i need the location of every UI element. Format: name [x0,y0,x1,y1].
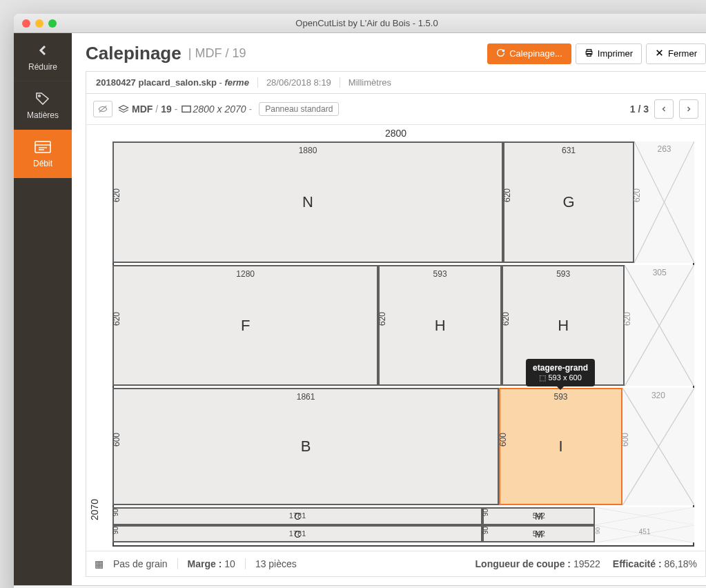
minimize-window-button[interactable] [35,19,43,28]
svg-point-0 [39,95,41,97]
print-icon [585,48,594,59]
close-button-label: Fermer [668,48,697,59]
cut-length-label: Longueur de coupe : [475,558,571,569]
print-button[interactable]: Imprimer [576,43,642,64]
piece-b[interactable]: 1861 600 B [112,388,499,505]
axis-width-label: 2800 [86,128,705,139]
svg-rect-12 [182,106,190,112]
file-unit: Millimètres [340,77,391,88]
statusbar: 🔗 www.lairdubois.fr A propos [14,585,706,588]
sidebar-item-debit[interactable]: Débit [14,130,72,178]
chevron-left-icon [35,43,51,58]
piece-g[interactable]: 631 620 G [503,141,634,263]
tooltip-dims: 593 x 600 [548,373,581,382]
maximize-window-button[interactable] [48,19,57,28]
refresh-icon [496,48,505,59]
piece-c-1[interactable]: 1781 90 C [112,507,482,525]
visibility-toggle[interactable] [93,101,112,117]
margin-label: Marge : [188,558,222,569]
piece-n[interactable]: 1880 620 N [112,141,503,263]
print-button-label: Imprimer [598,48,633,59]
pager-prev[interactable] [654,99,674,119]
titlebar: OpenCutList by L'Air du Bois - 1.5.0 [14,14,706,33]
standard-panel-badge: Panneau standard [259,102,339,116]
file-name: 20180427 placard_salon.skp [96,77,217,88]
sidebar: Réduire Matières Débit [14,33,72,585]
waste-4: 451 90 [595,525,694,543]
sidebar-label-materials: Matières [27,110,59,120]
file-state: ferme [224,77,248,88]
waste-1: 263 620 [634,141,694,263]
file-date: 28/06/2018 8:19 [257,77,331,88]
piece-f[interactable]: 1280 620 F [112,265,378,386]
cutting-canvas: 2800 2070 1880 620 N 631 620 [86,125,705,551]
efficiency-label: Efficacité : [613,558,662,569]
piece-m-1[interactable]: 542 90 M [482,507,595,525]
page-subtitle: | MDF / 19 [188,46,246,61]
panel-header: MDF / 19 - 2800 x 2070 - Panneau standar… [86,94,705,125]
efficiency-value: 86,18% [665,558,697,569]
sidebar-item-reduce[interactable]: Réduire [14,33,72,81]
thickness-value: 19 [161,104,172,115]
stack-icon [118,104,129,114]
piece-c-2[interactable]: 1781 90 C [112,525,482,543]
cut-length-value: 19522 [573,558,600,569]
sheet-icon [182,105,191,113]
window-title: OpenCutList by L'Air du Bois - 1.5.0 [14,18,706,28]
sidebar-label-reduce: Réduire [28,62,57,72]
cutlist-icon [35,139,51,155]
piece-m-2[interactable]: 542 90 M [482,525,595,543]
tag-icon [35,91,51,106]
material-name: MDF [132,104,153,115]
tooltip-title: etagere-grand [533,363,588,373]
sidebar-item-materials[interactable]: Matières [14,81,72,130]
close-window-button[interactable] [22,19,30,28]
piece-h-1[interactable]: 593 620 H [378,265,502,386]
pager-next[interactable] [679,99,698,119]
waste-2: 305 620 [625,265,694,386]
axis-height-label: 2070 [89,125,100,520]
page-header: Calepinage | MDF / 19 Calepinage... Impr… [72,33,706,71]
app-window: OpenCutList by L'Air du Bois - 1.5.0 Réd… [14,14,706,588]
piece-i[interactable]: 593 600 I [499,388,622,505]
sheet-dimensions: 2800 x 2070 [193,104,246,115]
main-panel: MDF / 19 - 2800 x 2070 - Panneau standar… [86,93,706,577]
file-tab: 20180427 placard_salon.skp - ferme 28/06… [86,71,706,93]
close-icon [655,48,664,59]
waste-4a [595,507,694,525]
pieces-count: 13 pièces [245,558,297,569]
waste-3: 320 600 [622,388,694,505]
calepinage-button-label: Calepinage... [509,48,562,59]
calepinage-button[interactable]: Calepinage... [487,43,571,64]
margin-value: 10 [224,558,235,569]
sidebar-label-debit: Débit [33,159,52,168]
grain-label: Pas de grain [113,558,168,569]
pager-count: 1 / 3 [630,104,649,115]
grain-icon: ▦ [95,558,104,569]
piece-tooltip: etagere-grand ⬚ 593 x 600 [526,359,595,386]
page-title: Calepinage [86,43,182,64]
svg-rect-1 [35,141,50,153]
svg-marker-11 [119,106,128,110]
close-button[interactable]: Fermer [646,43,706,64]
footer-stats: ▦ Pas de grain Marge : 10 13 pièces Long… [86,551,705,576]
traffic-lights [14,19,57,28]
